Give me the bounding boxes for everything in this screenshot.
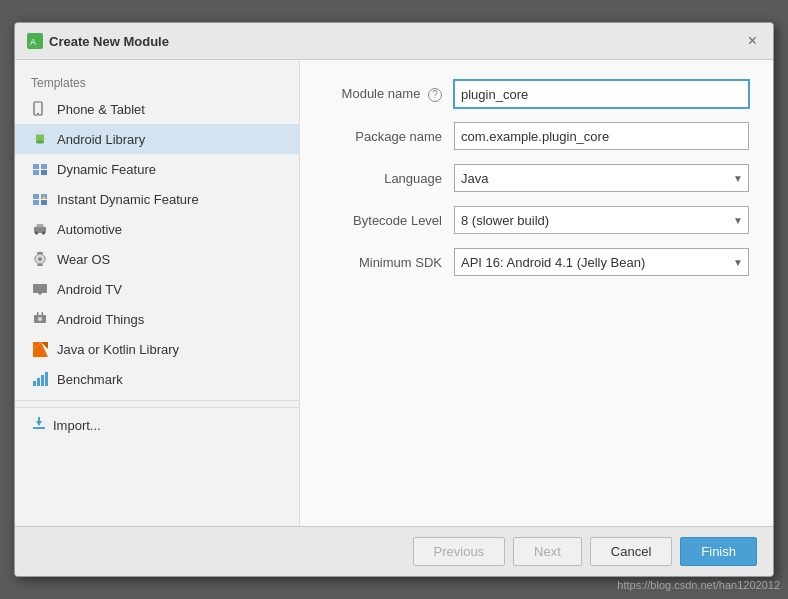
sidebar-item-android-library-label: Android Library <box>57 132 145 147</box>
module-name-help-icon[interactable]: ? <box>428 88 442 102</box>
svg-rect-17 <box>33 200 39 205</box>
sidebar-divider <box>15 400 299 401</box>
svg-rect-13 <box>33 170 39 175</box>
watermark: https://blog.csdn.net/han1202012 <box>617 579 780 591</box>
dialog-footer: Previous Next Cancel Finish <box>15 526 773 576</box>
sidebar-item-benchmark[interactable]: Benchmark <box>15 364 299 394</box>
language-select[interactable]: Java Kotlin <box>454 164 749 192</box>
instant-dynamic-icon <box>31 190 49 208</box>
tv-icon <box>31 280 49 298</box>
titlebar: A Create New Module × <box>15 23 773 60</box>
svg-point-6 <box>36 141 44 144</box>
android-library-icon <box>31 130 49 148</box>
sidebar-item-android-things-label: Android Things <box>57 312 144 327</box>
svg-rect-39 <box>37 378 40 386</box>
bytecode-label: Bytecode Level <box>324 213 454 228</box>
benchmark-icon <box>31 370 49 388</box>
sidebar-item-instant-dynamic-label: Instant Dynamic Feature <box>57 192 199 207</box>
automotive-icon <box>31 220 49 238</box>
sidebar-item-instant-dynamic[interactable]: Instant Dynamic Feature <box>15 184 299 214</box>
svg-rect-12 <box>41 164 47 169</box>
svg-rect-15 <box>33 194 39 199</box>
sidebar-item-benchmark-label: Benchmark <box>57 372 123 387</box>
svg-point-32 <box>38 317 42 321</box>
bytecode-select-wrapper: 8 (slower build) 7 6 ▼ <box>454 206 749 234</box>
svg-rect-42 <box>33 427 45 429</box>
sidebar-item-java-kotlin-label: Java or Kotlin Library <box>57 342 179 357</box>
min-sdk-label: Minimum SDK <box>324 255 454 270</box>
android-studio-icon: A <box>27 33 43 49</box>
min-sdk-select[interactable]: API 16: Android 4.1 (Jelly Bean) API 21:… <box>454 248 749 276</box>
dynamic-feature-icon <box>31 160 49 178</box>
svg-text:A: A <box>30 37 36 47</box>
import-label: Import... <box>53 418 101 433</box>
bytecode-row: Bytecode Level 8 (slower build) 7 6 ▼ <box>324 206 749 234</box>
svg-rect-14 <box>41 170 47 175</box>
cancel-button[interactable]: Cancel <box>590 537 672 566</box>
previous-button[interactable]: Previous <box>413 537 506 566</box>
sidebar-item-dynamic-feature-label: Dynamic Feature <box>57 162 156 177</box>
import-icon <box>31 416 47 435</box>
sidebar-section-label: Templates <box>15 70 299 94</box>
wear-icon <box>31 250 49 268</box>
sidebar-item-wear-os-label: Wear OS <box>57 252 110 267</box>
svg-point-22 <box>35 232 38 235</box>
sidebar-item-android-tv-label: Android TV <box>57 282 122 297</box>
sidebar-item-wear-os[interactable]: Wear OS <box>15 244 299 274</box>
module-name-label: Module name ? <box>324 86 454 102</box>
min-sdk-select-wrapper: API 16: Android 4.1 (Jelly Bean) API 21:… <box>454 248 749 276</box>
sidebar-item-android-tv[interactable]: Android TV <box>15 274 299 304</box>
sidebar-import[interactable]: Import... <box>15 407 299 443</box>
sidebar-item-android-things[interactable]: Android Things <box>15 304 299 334</box>
svg-rect-41 <box>45 372 48 386</box>
svg-rect-28 <box>33 284 47 293</box>
bytecode-select[interactable]: 8 (slower build) 7 6 <box>454 206 749 234</box>
package-name-label: Package name <box>324 129 454 144</box>
language-label: Language <box>324 171 454 186</box>
dialog-title: Create New Module <box>49 34 169 49</box>
sidebar-item-java-kotlin[interactable]: Java or Kotlin Library <box>15 334 299 364</box>
finish-button[interactable]: Finish <box>680 537 757 566</box>
create-new-module-dialog: A Create New Module × Templates Phone & … <box>14 22 774 577</box>
svg-rect-40 <box>41 375 44 386</box>
package-name-row: Package name <box>324 122 749 150</box>
sidebar-item-automotive[interactable]: Automotive <box>15 214 299 244</box>
kotlin-icon <box>31 340 49 358</box>
svg-marker-21 <box>36 224 44 227</box>
phone-icon <box>31 100 49 118</box>
next-button[interactable]: Next <box>513 537 582 566</box>
svg-rect-34 <box>42 312 44 315</box>
language-row: Language Java Kotlin ▼ <box>324 164 749 192</box>
sidebar-item-phone-tablet[interactable]: Phone & Tablet <box>15 94 299 124</box>
svg-rect-33 <box>37 312 39 315</box>
things-icon <box>31 310 49 328</box>
main-panel: Module name ? Package name Language Java… <box>300 60 773 526</box>
sidebar-item-dynamic-feature[interactable]: Dynamic Feature <box>15 154 299 184</box>
sidebar-item-android-library[interactable]: Android Library <box>15 124 299 154</box>
svg-rect-11 <box>33 164 39 169</box>
sidebar: Templates Phone & Tablet <box>15 60 300 526</box>
module-name-row: Module name ? <box>324 80 749 108</box>
package-name-input[interactable] <box>454 122 749 150</box>
svg-point-23 <box>42 232 45 235</box>
sidebar-item-automotive-label: Automotive <box>57 222 122 237</box>
sidebar-item-phone-tablet-label: Phone & Tablet <box>57 102 145 117</box>
svg-rect-38 <box>33 381 36 386</box>
svg-rect-18 <box>41 200 47 205</box>
min-sdk-row: Minimum SDK API 16: Android 4.1 (Jelly B… <box>324 248 749 276</box>
module-name-input[interactable] <box>454 80 749 108</box>
dialog-content: Templates Phone & Tablet <box>15 60 773 526</box>
titlebar-left: A Create New Module <box>27 33 169 49</box>
close-button[interactable]: × <box>744 31 761 51</box>
svg-point-27 <box>38 257 42 261</box>
language-select-wrapper: Java Kotlin ▼ <box>454 164 749 192</box>
